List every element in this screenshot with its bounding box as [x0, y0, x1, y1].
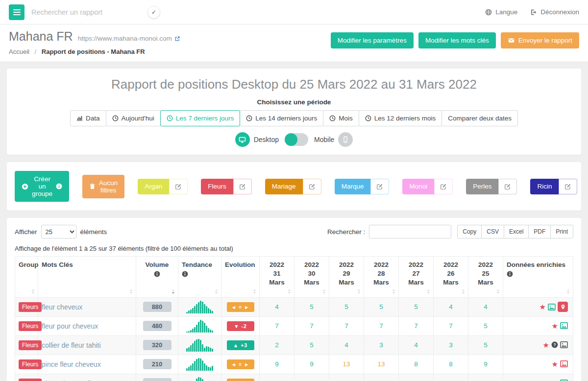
column-header-volume[interactable]: Volume	[136, 257, 178, 298]
pencil-square-icon	[504, 183, 511, 190]
edit-keywords-button[interactable]: Modifier les mots clés	[418, 32, 496, 48]
image-icon[interactable]	[560, 360, 568, 367]
sort-icon[interactable]	[128, 288, 134, 295]
position-value: 3	[449, 341, 453, 349]
star-icon[interactable]: ★	[552, 380, 558, 381]
period-button-aujourd-hui[interactable]: Aujourd'hui	[106, 110, 161, 126]
column-header-mots-cl-s[interactable]: Mots Clés	[38, 257, 136, 298]
check-badge-icon[interactable]: ✓	[147, 6, 160, 19]
period-button-les-12-derniers-mois[interactable]: Les 12 derniers mois	[359, 110, 442, 126]
sort-icon[interactable]	[170, 288, 176, 295]
sort-icon[interactable]	[460, 288, 466, 295]
sort-icon[interactable]	[391, 288, 397, 295]
column-header-2022-29-mars[interactable]: 202229Mars	[329, 257, 364, 298]
export-copy-button[interactable]: Copy	[457, 225, 482, 238]
edit-group-marque-button[interactable]	[370, 179, 389, 194]
column-header-tendance[interactable]: Tendance	[178, 257, 221, 298]
create-group-button[interactable]: Créer un groupe	[15, 171, 69, 202]
page-length-select[interactable]: 25	[41, 225, 76, 238]
volume-badge: 210	[143, 378, 172, 381]
group-badge[interactable]: Fleurs	[19, 340, 42, 350]
column-header-2022-28-mars[interactable]: 202228Mars	[364, 257, 399, 298]
sort-icon[interactable]	[30, 288, 36, 295]
star-icon[interactable]: ★	[539, 303, 546, 310]
export-excel-button[interactable]: Excel	[504, 225, 529, 238]
export-pdf-button[interactable]: PDF	[528, 225, 551, 238]
period-button-comparer-deux-dates[interactable]: Comparer deux dates	[441, 110, 518, 126]
sort-icon[interactable]	[495, 288, 501, 295]
edit-group-fleurs-button[interactable]	[233, 179, 252, 194]
edit-group-ricin-button[interactable]	[559, 179, 577, 194]
column-header-evolution[interactable]: Evolution	[221, 257, 260, 298]
hamburger-menu-button[interactable]	[9, 4, 24, 20]
period-button-data[interactable]: Data	[70, 110, 106, 126]
export-print-button[interactable]: Print	[550, 225, 573, 238]
group-filter-monoi-button[interactable]: Monoi	[402, 179, 434, 194]
keyword-link[interactable]: pince cheveux fleur	[42, 380, 101, 381]
position-value: 5	[310, 303, 314, 310]
evolution-badge: ◄ = ►	[227, 379, 254, 381]
volume-badge: 210	[143, 359, 172, 369]
info-icon	[182, 271, 188, 277]
table-row: Fleursfleur pour cheveux480▼ -27777775★	[15, 316, 573, 335]
period-button-les-7-derniers-jours[interactable]: Les 7 derniers jours	[160, 110, 241, 126]
device-toggle-row: Desktop Mobile	[17, 132, 571, 147]
image-icon[interactable]	[560, 341, 568, 348]
position-value: 8	[449, 360, 453, 368]
logout-button[interactable]: Déconnexion	[530, 8, 579, 16]
period-button-mois[interactable]: Mois	[323, 110, 359, 126]
sort-icon[interactable]	[356, 288, 362, 295]
keyword-link[interactable]: pince fleur cheveux	[42, 360, 101, 368]
column-header-donn-es-enrichies[interactable]: Données enrichies	[503, 257, 573, 298]
keyword-link[interactable]: fleur pour cheveux	[42, 322, 98, 330]
column-header-2022-25-mars[interactable]: 202225Mars	[468, 257, 503, 298]
breadcrumb-home-link[interactable]: Accueil	[9, 48, 29, 55]
sort-icon[interactable]	[213, 288, 220, 295]
map-pin-icon[interactable]	[558, 302, 568, 312]
keyword-link[interactable]: collier de fleur tahiti	[42, 341, 101, 349]
sort-icon[interactable]	[321, 288, 327, 295]
question-circle-icon[interactable]: ?	[551, 341, 558, 348]
period-button-les-14-derniers-jours[interactable]: Les 14 derniers jours	[240, 110, 323, 126]
group-filter-ricin-button[interactable]: Ricin	[530, 179, 559, 194]
star-icon[interactable]: ★	[552, 360, 558, 368]
site-url-link[interactable]: https://www.mahana-monoi.com	[78, 35, 180, 42]
sort-icon[interactable]	[425, 288, 432, 295]
keyword-link[interactable]: fleur cheveux	[42, 303, 82, 311]
table-search-input[interactable]	[369, 225, 451, 238]
group-badge[interactable]: Fleurs	[19, 359, 42, 369]
table-row: Fleurscollier de fleur tahiti320▲ +32543…	[15, 335, 573, 355]
sort-icon[interactable]	[251, 288, 258, 295]
column-header-2022-30-mars[interactable]: 202230Mars	[294, 257, 329, 298]
group-filter-mariage-button[interactable]: Mariage	[265, 179, 303, 194]
group-badge[interactable]: Fleurs	[19, 302, 42, 312]
star-icon[interactable]: ★	[543, 341, 549, 349]
edit-group-argan-button[interactable]	[169, 179, 188, 194]
column-header-2022-31-mars[interactable]: 202231Mars	[260, 257, 294, 298]
group-filter-marque-button[interactable]: Marque	[335, 179, 371, 194]
send-report-button[interactable]: Envoyer le rapport	[501, 32, 579, 48]
group-filter-fleurs-button[interactable]: Fleurs	[201, 179, 233, 194]
image-icon[interactable]	[548, 304, 556, 310]
device-toggle-switch[interactable]	[285, 133, 308, 146]
edit-group-mariage-button[interactable]	[303, 179, 321, 194]
star-icon[interactable]: ★	[552, 322, 558, 330]
column-header-groupe[interactable]: Groupe	[15, 257, 38, 298]
group-filter-perles-button[interactable]: Perles	[466, 179, 498, 194]
column-header-2022-26-mars[interactable]: 202226Mars	[434, 257, 468, 298]
edit-group-perles-button[interactable]	[498, 179, 517, 194]
group-badge[interactable]: Fleurs	[19, 321, 42, 331]
image-icon[interactable]	[560, 322, 568, 329]
edit-settings-button[interactable]: Modifier les paramètres	[331, 32, 414, 48]
sort-icon[interactable]	[565, 288, 571, 295]
edit-group-monoi-button[interactable]	[434, 179, 453, 194]
group-filter-argan-button[interactable]: Argan	[138, 179, 169, 194]
column-header-2022-27-mars[interactable]: 202227Mars	[399, 257, 434, 298]
group-badge[interactable]: Fleurs	[19, 379, 42, 381]
sort-icon[interactable]	[286, 288, 293, 295]
report-search-input[interactable]	[31, 8, 122, 16]
table-row: Fleursfleur cheveux880◄ = ►4555544★	[15, 297, 573, 316]
language-menu[interactable]: Langue	[485, 8, 517, 16]
clear-filters-button[interactable]: Aucun filtres	[82, 175, 124, 198]
export-csv-button[interactable]: CSV	[481, 225, 504, 238]
